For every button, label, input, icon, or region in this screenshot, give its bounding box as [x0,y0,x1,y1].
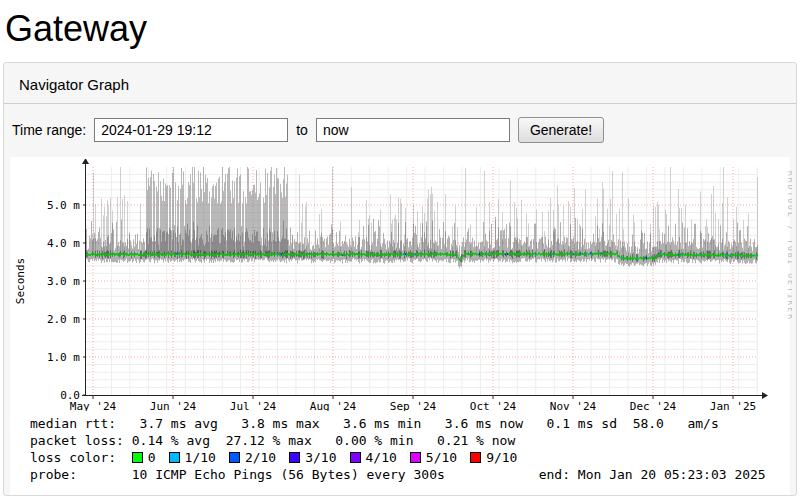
page-title: Gateway [5,8,800,50]
loss-legend-label: 4/10 [366,450,397,465]
svg-text:RRDTOOL / TOBI OETIKER: RRDTOOL / TOBI OETIKER [786,171,792,321]
loss-color-swatch [410,452,421,463]
time-range-end-input[interactable] [316,118,510,142]
stat-label: packet loss: [30,432,132,449]
loss-color-swatch [470,452,481,463]
loss-legend-item: 5/10 [410,450,457,465]
stat-label: loss color: [30,449,132,466]
panel-header: Navigator Graph [4,63,796,104]
loss-legend-item: 1/10 [169,450,216,465]
loss-legend-label: 5/10 [426,450,457,465]
loss-legend-label: 3/10 [305,450,336,465]
svg-text:5.0 m: 5.0 m [47,199,80,212]
loss-legend-item: 3/10 [289,450,336,465]
navigator-panel: Navigator Graph Time range: to Generate!… [3,62,797,496]
svg-text:Nov '24: Nov '24 [550,400,597,411]
svg-text:Jun '24: Jun '24 [150,400,197,411]
stat-label: median rtt: [30,415,132,432]
stat-median-rtt: median rtt: 3.7 ms avg 3.8 ms max 3.6 ms… [30,415,776,432]
loss-legend-entries: 01/102/103/104/105/109/10 [132,450,531,465]
svg-text:4.0 m: 4.0 m [47,237,80,250]
loss-legend-label: 0 [148,450,156,465]
loss-legend-item: 0 [132,450,156,465]
graph-stats: median rtt: 3.7 ms avg 3.8 ms max 3.6 ms… [10,411,790,487]
graph-image: 0.01.0 m2.0 m3.0 m4.0 m5.0 mMay '24Jun '… [10,157,790,495]
loss-legend-item: 4/10 [350,450,397,465]
svg-text:3.0 m: 3.0 m [47,275,80,288]
svg-text:May '24: May '24 [70,400,117,411]
generate-button[interactable]: Generate! [518,117,604,143]
svg-text:Jan '25: Jan '25 [710,400,756,411]
time-range-start-input[interactable] [94,118,288,142]
to-label: to [296,122,308,138]
loss-color-swatch [132,452,143,463]
stat-loss-color: loss color:01/102/103/104/105/109/10 [30,449,776,466]
stat-end-time: end: Mon Jan 20 05:23:03 2025 [539,467,766,482]
stat-label: probe: [30,466,132,483]
loss-color-swatch [229,452,240,463]
svg-text:Dec '24: Dec '24 [630,400,677,411]
latency-graph: 0.01.0 m2.0 m3.0 m4.0 m5.0 mMay '24Jun '… [10,159,792,411]
loss-legend-label: 9/10 [486,450,517,465]
loss-color-swatch [350,452,361,463]
stat-packet-loss: packet loss:0.14 % avg 27.12 % max 0.00 … [30,432,776,449]
svg-text:1.0 m: 1.0 m [47,351,80,364]
svg-text:Oct '24: Oct '24 [470,400,517,411]
stat-probe: probe:10 ICMP Echo Pings (56 Bytes) ever… [30,466,776,483]
svg-text:Jul '24: Jul '24 [230,400,277,411]
time-range-label: Time range: [12,122,86,138]
loss-color-swatch [289,452,300,463]
stat-value: 3.7 ms avg 3.8 ms max 3.6 ms min 3.6 ms … [132,416,719,431]
svg-text:Aug '24: Aug '24 [310,400,357,411]
svg-text:2.0 m: 2.0 m [47,313,80,326]
stat-value: 0.14 % avg 27.12 % max 0.00 % min 0.21 %… [132,433,516,448]
loss-legend-item: 9/10 [470,450,517,465]
loss-legend-item: 2/10 [229,450,276,465]
loss-legend-label: 2/10 [245,450,276,465]
loss-legend-label: 1/10 [185,450,216,465]
stat-value: 10 ICMP Echo Pings (56 Bytes) every 300s [132,467,445,482]
loss-color-swatch [169,452,180,463]
svg-text:Sep '24: Sep '24 [390,400,437,411]
time-range-row: Time range: to Generate! [4,104,796,151]
svg-text:Seconds: Seconds [14,258,27,304]
